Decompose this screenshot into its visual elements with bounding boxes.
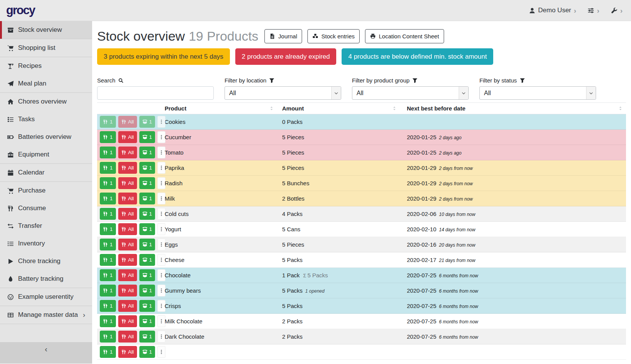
consume-one-button[interactable]: 1 [100,300,116,312]
consume-one-button[interactable]: 1 [100,147,116,158]
open-one-button[interactable]: 1 [139,239,155,250]
consume-one-button[interactable]: 1 [100,346,116,358]
consume-all-button[interactable]: All [118,162,137,174]
consume-all-button[interactable]: All [118,254,137,266]
app-logo[interactable]: grocy [6,3,35,17]
consume-all-button[interactable]: All [118,208,137,220]
consume-one-button[interactable]: 1 [100,285,116,296]
consume-all-button[interactable]: All [118,346,137,358]
sidebar-item-tasks[interactable]: Tasks [0,110,92,128]
user-menu[interactable]: Demo User › [529,7,576,14]
open-one-button[interactable]: 1 [139,346,155,358]
status-alert-0[interactable]: 3 products expiring within the next 5 da… [97,48,230,65]
consume-all-button[interactable]: All [118,300,137,312]
status-alert-2[interactable]: 4 products are below defined min. stock … [342,48,493,65]
sidebar-item-stock-overview[interactable]: Stock overview [0,21,92,39]
user-name: Demo User [538,7,571,14]
stock-entries-button[interactable]: Stock entries [307,29,360,43]
product-group-select[interactable]: All [352,86,469,100]
sidebar-item-shopping-list[interactable]: Shopping list [0,39,92,57]
open-one-button[interactable]: 1 [139,208,155,220]
open-one-button[interactable]: 1 [139,254,155,266]
sidebar-item-equipment[interactable]: Equipment [0,146,92,163]
date-relative-note: 2 days from now [439,181,473,186]
consume-one-button[interactable]: 1 [100,269,116,281]
top-navbar: grocy Demo User › › › [0,0,631,21]
sidebar-item-batteries-overview[interactable]: Batteries overview [0,128,92,146]
column-header-product[interactable]: Product [162,105,277,112]
consume-one-button[interactable]: 1 [100,177,116,189]
sidebar-item-inventory[interactable]: Inventory [0,235,92,252]
sidebar-item-consume[interactable]: Consume [0,199,92,217]
sidebar-item-manage-master-data[interactable]: Manage master data› [0,306,92,324]
open-one-button[interactable]: 1 [139,300,155,312]
sidebar-item-battery-tracking[interactable]: Battery tracking [0,270,92,288]
sidebar-item-chores-overview[interactable]: Chores overview [0,93,92,110]
sidebar-item-transfer[interactable]: Transfer [0,217,92,235]
consume-one-button[interactable]: 1 [100,254,116,266]
consume-all-button[interactable]: All [118,147,137,158]
open-one-button[interactable]: 1 [139,131,155,143]
open-one-button[interactable]: 1 [139,147,155,158]
sidebar-item-chore-tracking[interactable]: Chore tracking [0,252,92,270]
consume-all-button[interactable]: All [118,131,137,143]
consume-one-button[interactable]: 1 [100,223,116,235]
status-select[interactable]: All [479,86,596,100]
button-label: All [128,318,134,324]
wrench-icon [611,7,618,14]
consume-one-button[interactable]: 1 [100,331,116,343]
open-one-button[interactable]: 1 [139,177,155,189]
consume-one-button[interactable]: 1 [100,239,116,250]
consume-one-button[interactable]: 1 [100,208,116,220]
consume-all-button[interactable]: All [118,285,137,296]
sidebar-item-purchase[interactable]: Purchase [0,182,92,199]
consume-all-button[interactable]: All [118,331,137,343]
column-header-label: Product [165,105,187,112]
consume-one-button[interactable]: 1 [100,193,116,204]
product-name: Cucumber [162,134,277,140]
location-content-sheet-button[interactable]: Location Content Sheet [365,29,444,43]
consume-all-button[interactable]: All [118,223,137,235]
settings-menu[interactable]: › [588,7,599,14]
consume-one-button[interactable]: 1 [100,162,116,174]
consume-all-button[interactable]: All [118,116,137,128]
location-select-value: All [225,90,331,97]
consume-all-button[interactable]: All [118,315,137,327]
sidebar-item-example-userentity[interactable]: Example userentity [0,288,92,306]
open-one-button[interactable]: 1 [139,331,155,343]
location-select[interactable]: All [225,86,341,100]
search-input[interactable] [97,86,214,100]
status-alert-1[interactable]: 2 products are already expired [235,48,337,65]
sidebar-item-meal-plan[interactable]: Meal plan [0,75,92,92]
row-menu-button[interactable] [157,116,165,128]
open-one-button[interactable]: 1 [139,269,155,281]
admin-menu[interactable]: › [611,7,623,14]
column-header-next-best-before-date[interactable]: Next best before date [400,105,626,112]
column-header-amount[interactable]: Amount [277,105,400,112]
journal-button[interactable]: Journal [264,29,302,43]
sidebar-collapse-button[interactable]: ‹ [0,342,92,364]
button-label: 1 [110,272,113,278]
date-relative-note: 2 days from now [439,196,473,202]
open-one-button[interactable]: 1 [139,285,155,296]
consume-one-button[interactable]: 1 [100,116,116,128]
open-one-button[interactable]: 1 [139,193,155,204]
consume-all-button[interactable]: All [118,193,137,204]
row-actions: 1All1 [97,162,162,174]
product-name: Cold cuts [162,211,277,217]
amount-value: 1 Pack [282,272,300,278]
row-menu-button[interactable] [157,346,165,358]
open-one-button[interactable]: 1 [139,162,155,174]
open-one-button[interactable]: 1 [139,315,155,327]
sidebar-item-recipes[interactable]: Recipes [0,57,92,75]
box-open-icon [142,273,147,278]
consume-one-button[interactable]: 1 [100,315,116,327]
open-one-button[interactable]: 1 [139,116,155,128]
consume-one-button[interactable]: 1 [100,131,116,143]
table-row: 1All1Dark Chocolate2 Packs2020-07-256 mo… [97,329,626,344]
consume-all-button[interactable]: All [118,177,137,189]
sidebar-item-calendar[interactable]: Calendar [0,164,92,181]
consume-all-button[interactable]: All [118,239,137,250]
open-one-button[interactable]: 1 [139,223,155,235]
consume-all-button[interactable]: All [118,269,137,281]
